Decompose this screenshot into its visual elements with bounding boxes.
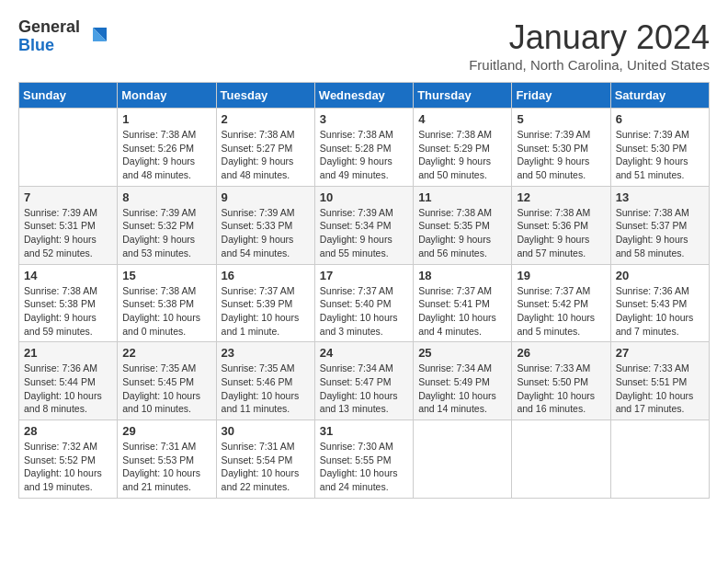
day-number: 31 [320,424,408,438]
day-number: 4 [418,112,506,126]
cell-info: Sunrise: 7:37 AMSunset: 5:40 PMDaylight:… [320,284,408,339]
calendar-week: 14Sunrise: 7:38 AMSunset: 5:38 PMDayligh… [19,264,710,342]
calendar-cell: 14Sunrise: 7:38 AMSunset: 5:38 PMDayligh… [19,264,118,342]
cell-info: Sunrise: 7:34 AMSunset: 5:47 PMDaylight:… [320,362,408,416]
calendar-week: 21Sunrise: 7:36 AMSunset: 5:44 PMDayligh… [19,342,710,420]
cell-info: Sunrise: 7:35 AMSunset: 5:46 PMDaylight:… [222,362,310,416]
day-number: 9 [222,190,310,204]
cell-info: Sunrise: 7:39 AMSunset: 5:31 PMDaylight:… [24,206,112,260]
cell-info: Sunrise: 7:39 AMSunset: 5:30 PMDaylight:… [517,128,605,182]
logo: General Blue [18,18,111,55]
cell-info: Sunrise: 7:38 AMSunset: 5:38 PMDaylight:… [122,284,210,339]
cell-info: Sunrise: 7:38 AMSunset: 5:27 PMDaylight:… [222,128,310,182]
calendar-cell: 17Sunrise: 7:37 AMSunset: 5:40 PMDayligh… [314,264,413,342]
day-number: 29 [122,424,210,438]
cell-info: Sunrise: 7:32 AMSunset: 5:52 PMDaylight:… [24,440,112,494]
cell-info: Sunrise: 7:34 AMSunset: 5:49 PMDaylight:… [418,362,506,416]
calendar-cell [19,109,118,187]
cell-info: Sunrise: 7:31 AMSunset: 5:53 PMDaylight:… [122,440,210,494]
calendar-cell: 18Sunrise: 7:37 AMSunset: 5:41 PMDayligh… [414,264,512,342]
cell-info: Sunrise: 7:38 AMSunset: 5:29 PMDaylight:… [418,128,506,182]
day-number: 26 [517,346,605,360]
day-header: Friday [512,83,610,109]
calendar-cell: 30Sunrise: 7:31 AMSunset: 5:54 PMDayligh… [216,420,314,499]
calendar-cell: 31Sunrise: 7:30 AMSunset: 5:55 PMDayligh… [314,420,413,499]
cell-info: Sunrise: 7:30 AMSunset: 5:55 PMDaylight:… [320,440,408,494]
calendar-cell: 2Sunrise: 7:38 AMSunset: 5:27 PMDaylight… [216,109,314,187]
calendar-cell: 13Sunrise: 7:38 AMSunset: 5:37 PMDayligh… [610,186,709,264]
calendar-cell: 6Sunrise: 7:39 AMSunset: 5:30 PMDaylight… [610,109,709,187]
cell-info: Sunrise: 7:35 AMSunset: 5:45 PMDaylight:… [122,362,210,416]
page-header: General Blue January 2024 Fruitland, Nor… [18,18,710,73]
calendar-week: 7Sunrise: 7:39 AMSunset: 5:31 PMDaylight… [19,186,710,264]
day-number: 16 [222,269,310,282]
cell-info: Sunrise: 7:38 AMSunset: 5:26 PMDaylight:… [122,128,210,182]
day-number: 25 [418,346,506,360]
calendar-cell [512,420,610,499]
calendar-cell: 10Sunrise: 7:39 AMSunset: 5:34 PMDayligh… [314,186,413,264]
calendar-cell: 22Sunrise: 7:35 AMSunset: 5:45 PMDayligh… [118,342,216,420]
calendar-cell: 25Sunrise: 7:34 AMSunset: 5:49 PMDayligh… [414,342,512,420]
calendar-cell [610,420,709,499]
day-number: 8 [122,190,210,204]
day-number: 1 [122,112,210,126]
calendar-cell: 20Sunrise: 7:36 AMSunset: 5:43 PMDayligh… [610,264,709,342]
day-number: 19 [517,269,605,282]
day-number: 30 [222,424,310,438]
day-header: Sunday [19,83,118,109]
location: Fruitland, North Carolina, United States [469,57,710,73]
day-number: 22 [122,346,210,360]
calendar-cell: 19Sunrise: 7:37 AMSunset: 5:42 PMDayligh… [512,264,610,342]
calendar-cell: 1Sunrise: 7:38 AMSunset: 5:26 PMDaylight… [118,109,216,187]
day-number: 14 [24,269,112,282]
cell-info: Sunrise: 7:37 AMSunset: 5:39 PMDaylight:… [222,284,310,339]
calendar-table: SundayMondayTuesdayWednesdayThursdayFrid… [18,82,710,499]
day-header: Saturday [610,83,709,109]
cell-info: Sunrise: 7:38 AMSunset: 5:36 PMDaylight:… [517,206,605,260]
cell-info: Sunrise: 7:33 AMSunset: 5:50 PMDaylight:… [517,362,605,416]
logo-general: General [18,18,80,37]
day-header: Thursday [414,83,512,109]
day-number: 10 [320,190,408,204]
logo-blue: Blue [18,37,80,55]
day-number: 20 [616,269,704,282]
cell-info: Sunrise: 7:39 AMSunset: 5:32 PMDaylight:… [122,206,210,260]
day-header: Tuesday [216,83,314,109]
cell-info: Sunrise: 7:37 AMSunset: 5:41 PMDaylight:… [418,284,506,339]
day-number: 11 [418,190,506,204]
day-number: 24 [320,346,408,360]
cell-info: Sunrise: 7:36 AMSunset: 5:43 PMDaylight:… [616,284,704,339]
day-number: 3 [320,112,408,126]
calendar-cell: 23Sunrise: 7:35 AMSunset: 5:46 PMDayligh… [216,342,314,420]
logo-text: General Blue [18,18,80,55]
calendar-week: 1Sunrise: 7:38 AMSunset: 5:26 PMDaylight… [19,109,710,187]
calendar-cell: 26Sunrise: 7:33 AMSunset: 5:50 PMDayligh… [512,342,610,420]
day-number: 18 [418,269,506,282]
day-number: 23 [222,346,310,360]
day-header: Monday [118,83,216,109]
day-number: 28 [24,424,112,438]
day-number: 6 [616,112,704,126]
calendar-cell: 9Sunrise: 7:39 AMSunset: 5:33 PMDaylight… [216,186,314,264]
cell-info: Sunrise: 7:38 AMSunset: 5:38 PMDaylight:… [24,284,112,339]
calendar-cell: 15Sunrise: 7:38 AMSunset: 5:38 PMDayligh… [118,264,216,342]
day-header: Wednesday [314,83,413,109]
calendar-cell: 24Sunrise: 7:34 AMSunset: 5:47 PMDayligh… [314,342,413,420]
calendar-cell: 4Sunrise: 7:38 AMSunset: 5:29 PMDaylight… [414,109,512,187]
month-title: January 2024 [469,18,710,57]
calendar-cell: 28Sunrise: 7:32 AMSunset: 5:52 PMDayligh… [19,420,118,499]
day-number: 21 [24,346,112,360]
cell-info: Sunrise: 7:36 AMSunset: 5:44 PMDaylight:… [24,362,112,416]
calendar-cell: 11Sunrise: 7:38 AMSunset: 5:35 PMDayligh… [414,186,512,264]
day-number: 2 [222,112,310,126]
calendar-cell: 29Sunrise: 7:31 AMSunset: 5:53 PMDayligh… [118,420,216,499]
day-number: 13 [616,190,704,204]
day-number: 17 [320,269,408,282]
day-number: 15 [122,269,210,282]
calendar-cell: 7Sunrise: 7:39 AMSunset: 5:31 PMDaylight… [19,186,118,264]
cell-info: Sunrise: 7:31 AMSunset: 5:54 PMDaylight:… [222,440,310,494]
calendar-cell [414,420,512,499]
cell-info: Sunrise: 7:39 AMSunset: 5:33 PMDaylight:… [222,206,310,260]
day-number: 7 [24,190,112,204]
calendar-week: 28Sunrise: 7:32 AMSunset: 5:52 PMDayligh… [19,420,710,499]
